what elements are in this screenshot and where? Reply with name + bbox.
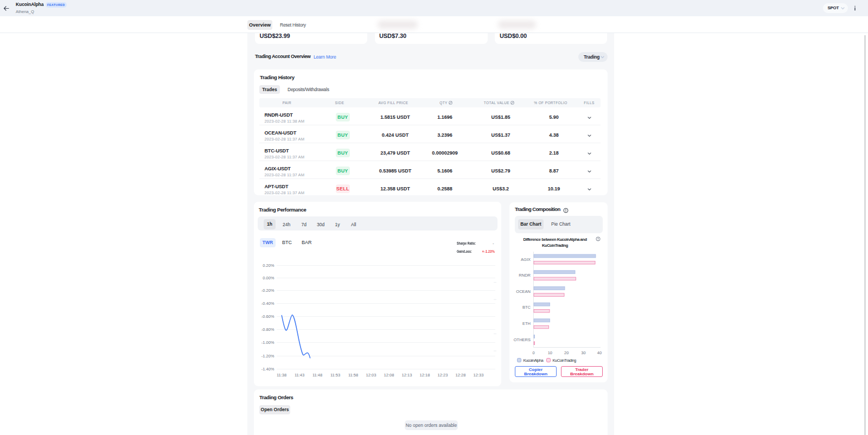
svg-text:20: 20 xyxy=(564,350,569,355)
svg-text:12:18: 12:18 xyxy=(420,373,430,378)
svg-text:-0.20%: -0.20% xyxy=(261,288,275,293)
svg-text:11:48: 11:48 xyxy=(312,373,322,378)
svg-text:12:28: 12:28 xyxy=(456,373,466,378)
svg-text:RNDR: RNDR xyxy=(519,273,531,278)
svg-text:11:58: 11:58 xyxy=(348,373,358,378)
svg-text:12:13: 12:13 xyxy=(402,373,412,378)
svg-text:12:23: 12:23 xyxy=(438,373,448,378)
svg-text:OTHERS: OTHERS xyxy=(514,337,531,342)
svg-text:0.20%: 0.20% xyxy=(263,263,275,268)
svg-text:12:33: 12:33 xyxy=(474,373,484,378)
svg-text:-1.40%: -1.40% xyxy=(261,367,275,372)
svg-text:12:03: 12:03 xyxy=(366,373,376,378)
svg-text:OCEAN: OCEAN xyxy=(516,289,531,294)
svg-text:-1.00%: -1.00% xyxy=(261,340,275,345)
svg-text:12:08: 12:08 xyxy=(384,373,394,378)
svg-text:11:53: 11:53 xyxy=(330,373,340,378)
svg-text:ETH: ETH xyxy=(522,321,531,326)
svg-text:11:38: 11:38 xyxy=(277,373,286,378)
svg-text:40: 40 xyxy=(597,350,602,355)
svg-text:11:43: 11:43 xyxy=(295,373,304,378)
svg-text:0.00%: 0.00% xyxy=(263,276,275,280)
svg-text:-0.40%: -0.40% xyxy=(261,301,275,306)
svg-text:-1.20%: -1.20% xyxy=(261,354,275,359)
svg-text:-0.60%: -0.60% xyxy=(261,314,275,319)
svg-text:-0.80%: -0.80% xyxy=(261,327,275,332)
svg-text:AGIX: AGIX xyxy=(521,257,531,262)
svg-text:10: 10 xyxy=(548,350,552,355)
svg-text:0: 0 xyxy=(532,350,534,355)
svg-text:BTC: BTC xyxy=(522,305,531,310)
svg-text:30: 30 xyxy=(581,350,585,355)
